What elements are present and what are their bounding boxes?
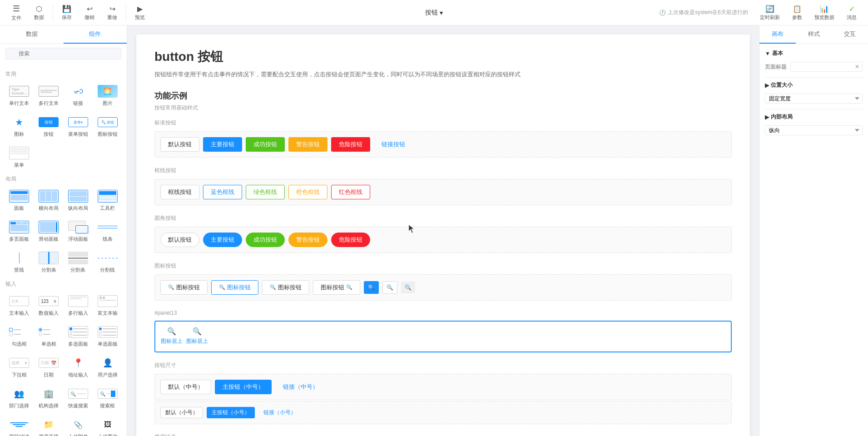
toolbar-redo[interactable]: ↪ 重做 <box>101 3 123 23</box>
comp-upload-img[interactable]: 🖼 上传图片 <box>94 414 121 436</box>
btn-primary[interactable]: 主要按钮 <box>203 137 242 152</box>
toolbar-preview-data[interactable]: 📊 预览数据 <box>810 3 839 23</box>
btn-outline-red[interactable]: 红色框线 <box>331 185 370 199</box>
btn-default[interactable]: 默认按钮 <box>160 137 199 152</box>
prop-position-select[interactable]: 固定宽度 <box>765 94 863 104</box>
comp-panel[interactable]: 面板 <box>5 186 33 215</box>
comp-multi-input[interactable]: 多行输入 <box>64 291 92 320</box>
comp-v-layout[interactable]: 纵向布局 <box>64 186 92 215</box>
comp-resource[interactable]: 📁 资源选择 <box>35 414 63 436</box>
comp-h-layout[interactable]: 横向布局 <box>35 186 63 215</box>
comp-split[interactable]: 分割条 <box>35 248 63 277</box>
prop-section-basic: ▼ 基本 页面标题 ✕ <box>765 50 863 72</box>
comp-rich-input[interactable]: 富文本输 <box>94 291 121 320</box>
btn-link-sm[interactable]: 链接（小号） <box>258 407 301 418</box>
comp-search-box[interactable]: 🔍 搜索框 <box>94 383 121 412</box>
comp-multi-text[interactable]: 多行文本 <box>35 81 63 110</box>
comp-checkbox[interactable]: 勾选框 <box>5 322 33 351</box>
demo-panel13-label: #panel13 <box>154 310 732 316</box>
toolbar-data[interactable]: ⬡ 数据 <box>28 3 50 23</box>
toolbar-undo[interactable]: ↩ 撤销 <box>79 3 100 23</box>
btn-icon-only-gray[interactable]: 🔍 <box>401 282 415 293</box>
toolbar-refresh[interactable]: 🔄 定时刷新 <box>755 3 784 23</box>
close-icon[interactable]: ✕ <box>852 64 862 70</box>
comp-num-input[interactable]: 123 数值输入 <box>35 291 63 320</box>
search-input[interactable] <box>5 48 121 59</box>
comp-split-line[interactable]: 分割线 <box>94 248 121 277</box>
btn-round-danger[interactable]: 危险按钮 <box>331 233 370 247</box>
btn-outline-blue[interactable]: 蓝色框线 <box>203 185 242 199</box>
comp-icon-user: 👤 <box>97 356 119 370</box>
comp-float-panel[interactable]: 浮动面板 <box>64 217 92 246</box>
btn-default-sm[interactable]: 默认（小号） <box>160 407 203 418</box>
btn-icon-text-2[interactable]: 🔍 图标按钮 <box>211 280 258 295</box>
toolbar-message[interactable]: ✓ 消息 <box>841 3 863 23</box>
btn-primary-md[interactable]: 主按钮（中号） <box>215 380 272 394</box>
tab-interact[interactable]: 交互 <box>832 25 868 44</box>
comp-select-panel[interactable]: 单选面板 <box>94 322 121 351</box>
comp-org[interactable]: 🏢 机构选择 <box>35 383 63 412</box>
btn-link[interactable]: 链接按钮 <box>374 137 413 152</box>
btn-round-primary[interactable]: 主要按钮 <box>203 233 242 247</box>
params-icon: 📋 <box>793 5 802 13</box>
comp-dept[interactable]: 👥 部门选择 <box>5 383 33 412</box>
comp-field-filter[interactable]: 字段过滤 <box>5 414 33 436</box>
prop-layout-select[interactable]: 纵向 <box>765 125 863 135</box>
btn-outline-orange[interactable]: 橙色框线 <box>288 185 327 199</box>
comp-icon[interactable]: ★ 图标 <box>5 112 33 141</box>
comp-multi-check[interactable]: 多选面板 <box>64 322 92 351</box>
title-dropdown-arrow[interactable]: ▾ <box>440 9 443 16</box>
toolbar-file[interactable]: ☰ 文件 <box>5 2 27 23</box>
comp-split-bar[interactable]: 分割条 <box>64 248 92 277</box>
btn-icon-top-2[interactable]: 🔍 图标居上 <box>186 327 208 345</box>
comp-upload[interactable]: 📎 上传附件 <box>64 414 92 436</box>
prop-input-page-title[interactable] <box>791 62 852 71</box>
comp-single-text[interactable]: Type Someth... 单行文本 <box>5 81 33 110</box>
comp-menu[interactable]: 菜单 <box>5 143 33 172</box>
comp-image[interactable]: 🌅 图片 <box>94 81 121 110</box>
comp-date[interactable]: 日期📅 日期 <box>35 352 63 382</box>
tab-components[interactable]: 组件 <box>64 25 127 44</box>
comp-dropdown[interactable]: 选择▾ 下拉框 <box>5 352 33 382</box>
btn-icon-text-3[interactable]: 🔍 图标按钮 <box>262 280 309 295</box>
comp-text-input[interactable]: 文本... 文本输入 <box>5 291 33 320</box>
btn-link-md[interactable]: 链接（中号） <box>275 380 326 394</box>
demo-size-row-sm: 默认（小号） 主按钮（小号） 链接（小号） <box>154 401 732 424</box>
tab-data[interactable]: 数据 <box>0 25 64 44</box>
search-box: 🔍 <box>0 44 127 63</box>
btn-icon-top-1[interactable]: 🔍 图标居上 <box>161 327 183 345</box>
tab-style[interactable]: 样式 <box>796 25 832 44</box>
comp-menu-btn[interactable]: 菜单▾ 菜单按钮 <box>64 112 92 141</box>
comp-quick-search[interactable]: 🔍 快速搜索 <box>64 383 92 412</box>
btn-outline-default[interactable]: 框线按钮 <box>160 185 199 199</box>
btn-warning[interactable]: 警告按钮 <box>288 137 327 152</box>
toolbar-save[interactable]: 💾 保存 <box>56 3 78 23</box>
comp-toolbar[interactable]: 工具栏 <box>94 186 121 215</box>
btn-round-default[interactable]: 默认按钮 <box>160 233 199 247</box>
comp-vline[interactable]: 竖线 <box>5 248 33 277</box>
demo-size-buttons: 按钮尺寸 默认（中号） 主按钮（中号） 链接（中号） 默认（小号） 主按钮（小号… <box>154 362 732 424</box>
comp-multi-panel[interactable]: 多页面板 <box>5 217 33 246</box>
btn-default-md[interactable]: 默认（中号） <box>160 380 211 394</box>
btn-round-warning[interactable]: 警告按钮 <box>288 233 327 247</box>
comp-icon-btn[interactable]: 🔍按钮 图标按钮 <box>94 112 121 141</box>
comp-user[interactable]: 👤 用户选择 <box>94 352 121 382</box>
btn-icon-text-right[interactable]: 图标按钮 🔍 <box>313 280 360 295</box>
comp-button[interactable]: 按钮 按钮 <box>35 112 63 141</box>
comp-scroll-panel[interactable]: 滑动面板 <box>35 217 63 246</box>
tab-canvas[interactable]: 画布 <box>759 25 796 44</box>
btn-icon-only-blue[interactable]: 🔍 <box>364 281 379 294</box>
btn-round-success[interactable]: 成功按钮 <box>246 233 285 247</box>
toolbar-preview[interactable]: ▶ 预览 <box>129 3 151 23</box>
btn-outline-green[interactable]: 绿色框线 <box>246 185 285 199</box>
comp-address[interactable]: 📍 地址输入 <box>64 352 92 382</box>
btn-success[interactable]: 成功按钮 <box>246 137 285 152</box>
btn-primary-sm[interactable]: 主按钮（小号） <box>207 407 255 418</box>
toolbar-params[interactable]: 📋 参数 <box>786 3 808 23</box>
comp-divider-line[interactable]: 线条 <box>94 217 121 246</box>
comp-radio[interactable]: 单选框 <box>35 322 63 351</box>
btn-icon-text-1[interactable]: 🔍 图标按钮 <box>160 280 208 295</box>
comp-link[interactable]: 链接 <box>64 81 92 110</box>
btn-danger[interactable]: 危险按钮 <box>331 137 370 152</box>
btn-icon-only-default[interactable]: 🔍 <box>382 281 397 294</box>
